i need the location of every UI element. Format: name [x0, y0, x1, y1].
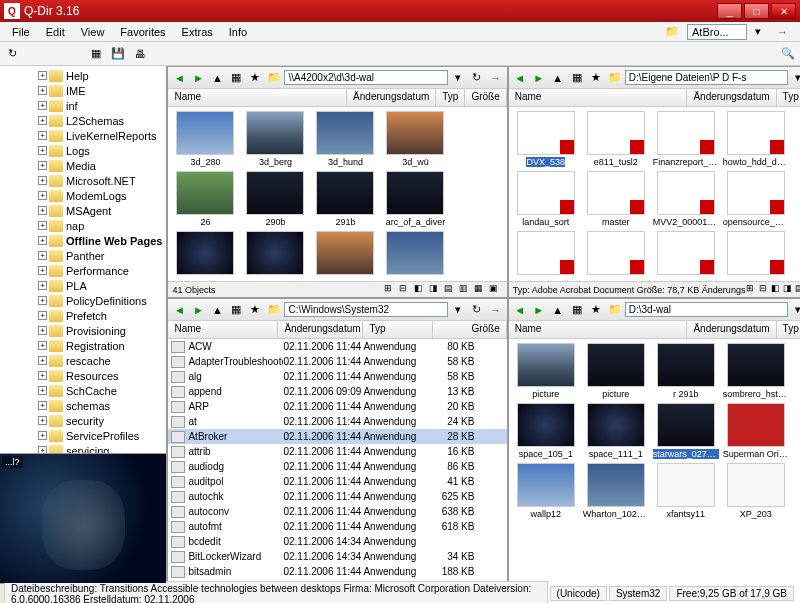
address-combo[interactable]: AtBro...: [687, 24, 747, 40]
file-row[interactable]: alg02.11.2006 11:44Anwendung58 KB: [168, 369, 506, 384]
tree-item[interactable]: +IME: [2, 83, 164, 98]
col-date[interactable]: Änderungsdatum: [278, 321, 363, 338]
col-date[interactable]: Änderungsdatum: [687, 321, 776, 338]
thumbnail-view[interactable]: DVX_538e811_tusl2Finanzreport_Nr[1...how…: [509, 107, 800, 281]
file-row[interactable]: bcdedit02.11.2006 14:34Anwendung: [168, 534, 506, 549]
tree-item[interactable]: +rescache: [2, 353, 164, 368]
up-icon[interactable]: ▲: [549, 69, 567, 87]
layout-icon[interactable]: ⊟: [759, 283, 770, 297]
tree-item[interactable]: +Performance: [2, 263, 164, 278]
refresh-icon[interactable]: ↻: [2, 44, 22, 64]
path-field[interactable]: C:\Windows\System32: [284, 302, 447, 317]
views-icon[interactable]: ▦: [227, 301, 245, 319]
thumbnail[interactable]: arc_of_a_diver: [382, 171, 448, 227]
file-row[interactable]: auditpol02.11.2006 11:44Anwendung41 KB: [168, 474, 506, 489]
thumbnail[interactable]: picture: [513, 343, 579, 399]
maximize-button[interactable]: □: [744, 3, 769, 19]
search-icon[interactable]: 🔍: [778, 44, 798, 64]
tree-item[interactable]: +nap: [2, 218, 164, 233]
col-date[interactable]: Änderungsdatum: [687, 89, 776, 106]
file-row[interactable]: autochk02.11.2006 11:44Anwendung625 KB: [168, 489, 506, 504]
thumbnail[interactable]: landau_sort: [513, 171, 579, 227]
tree-item[interactable]: +servicing: [2, 443, 164, 453]
thumbnail-view[interactable]: 3d_2803d_berg3d_hund3d_wü26290b291barc_o…: [168, 107, 506, 281]
thumbnail[interactable]: Superman Original: [723, 403, 789, 459]
dropdown-icon[interactable]: ▾: [747, 23, 769, 40]
star-icon[interactable]: ★: [587, 69, 605, 87]
thumbnail[interactable]: 3d_280: [172, 111, 238, 167]
thumbnail[interactable]: starwars_027_1024: [653, 403, 719, 459]
up-icon[interactable]: ▲: [208, 301, 226, 319]
thumbnail[interactable]: [242, 231, 308, 277]
thumbnail[interactable]: space_111_1: [583, 403, 649, 459]
close-button[interactable]: ✕: [771, 3, 796, 19]
expand-icon[interactable]: +: [38, 446, 47, 453]
file-row[interactable]: ACW02.11.2006 11:44Anwendung80 KB: [168, 339, 506, 354]
expand-icon[interactable]: +: [38, 296, 47, 305]
tree-item[interactable]: +L2Schemas: [2, 113, 164, 128]
expand-icon[interactable]: +: [38, 146, 47, 155]
tree-item[interactable]: +Panther: [2, 248, 164, 263]
tree-item[interactable]: +ModemLogs: [2, 188, 164, 203]
go-icon[interactable]: →: [487, 301, 505, 319]
forward-icon[interactable]: ►: [189, 69, 207, 87]
expand-icon[interactable]: +: [38, 386, 47, 395]
thumbnail[interactable]: [172, 231, 238, 277]
col-size[interactable]: Größe: [433, 321, 506, 338]
expand-icon[interactable]: +: [38, 71, 47, 80]
thumbnail[interactable]: master: [583, 171, 649, 227]
file-row[interactable]: AtBroker02.11.2006 11:44Anwendung28 KB: [168, 429, 506, 444]
expand-icon[interactable]: +: [38, 86, 47, 95]
col-type[interactable]: Typ: [777, 89, 800, 106]
forward-icon[interactable]: ►: [530, 69, 548, 87]
path-field[interactable]: D:\3d-wal: [625, 302, 788, 317]
expand-icon[interactable]: +: [38, 371, 47, 380]
tree-item[interactable]: +MSAgent: [2, 203, 164, 218]
layout-icon[interactable]: ⊞: [384, 283, 398, 297]
star-icon[interactable]: ★: [246, 301, 264, 319]
views-icon[interactable]: ▦: [227, 69, 245, 87]
tree-item[interactable]: +schemas: [2, 398, 164, 413]
thumbnail[interactable]: 26: [172, 171, 238, 227]
thumbnail[interactable]: [513, 231, 579, 277]
thumbnail[interactable]: picture: [583, 343, 649, 399]
print-icon[interactable]: 🖶: [130, 44, 150, 64]
expand-icon[interactable]: +: [38, 341, 47, 350]
back-icon[interactable]: ◄: [511, 301, 529, 319]
expand-icon[interactable]: +: [38, 236, 47, 245]
folder-tree[interactable]: +Help+IME+inf+L2Schemas+LiveKernelReport…: [0, 66, 166, 453]
file-list[interactable]: ACW02.11.2006 11:44Anwendung80 KBAdapter…: [168, 339, 506, 603]
dropdown-icon[interactable]: ▾: [449, 69, 467, 87]
tree-item[interactable]: +Media: [2, 158, 164, 173]
layout-icon[interactable]: ◧: [771, 283, 782, 297]
file-row[interactable]: AdapterTroubleshooter02.11.2006 11:44Anw…: [168, 354, 506, 369]
col-type[interactable]: Typ: [363, 321, 433, 338]
minimize-button[interactable]: _: [717, 3, 742, 19]
file-row[interactable]: at02.11.2006 11:44Anwendung24 KB: [168, 414, 506, 429]
refresh-icon[interactable]: ↻: [468, 301, 486, 319]
col-name[interactable]: Name: [168, 321, 278, 338]
tree-item[interactable]: +Microsoft.NET: [2, 173, 164, 188]
tree-item[interactable]: +Registration: [2, 338, 164, 353]
col-name[interactable]: Name: [509, 89, 688, 106]
forward-icon[interactable]: ►: [530, 301, 548, 319]
go-icon[interactable]: →: [769, 24, 796, 40]
back-icon[interactable]: ◄: [511, 69, 529, 87]
thumbnail[interactable]: howto_hdd_drea...: [723, 111, 789, 167]
expand-icon[interactable]: +: [38, 206, 47, 215]
tree-item[interactable]: +inf: [2, 98, 164, 113]
tree-item[interactable]: +security: [2, 413, 164, 428]
tree-item[interactable]: +Provisioning: [2, 323, 164, 338]
layout-icon[interactable]: ⊞: [746, 283, 757, 297]
layout-icon[interactable]: ◧: [414, 283, 428, 297]
menu-favorites[interactable]: Favorites: [112, 24, 173, 40]
forward-icon[interactable]: ►: [189, 301, 207, 319]
save-icon[interactable]: 💾: [108, 44, 128, 64]
file-row[interactable]: bitsadmin02.11.2006 11:44Anwendung188 KB: [168, 564, 506, 579]
back-icon[interactable]: ◄: [170, 69, 188, 87]
file-row[interactable]: audiodg02.11.2006 11:44Anwendung86 KB: [168, 459, 506, 474]
thumbnail[interactable]: MVV2_000011a3: [653, 171, 719, 227]
thumbnail[interactable]: Wharton_1024_768...: [583, 463, 649, 519]
expand-icon[interactable]: +: [38, 266, 47, 275]
col-name[interactable]: Name: [509, 321, 688, 338]
